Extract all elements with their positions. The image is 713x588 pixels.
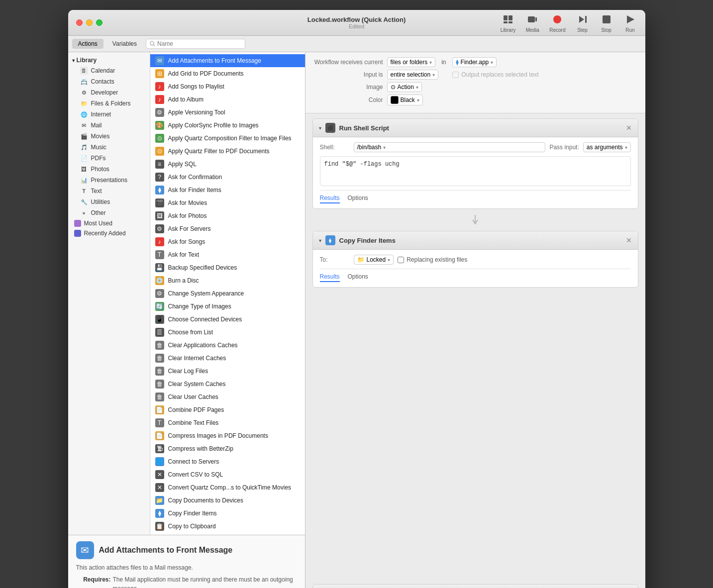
action-label-7: Apply Quartz Filter to PDF Documents [168,148,270,155]
close-button[interactable] [76,19,83,26]
workflow-image-select[interactable]: ⊙ Action ▾ [387,82,422,92]
action-item-29[interactable]: 📄 Compress Images in PDF Documents [150,429,305,442]
options-tab[interactable]: Options [348,194,368,203]
search-input[interactable] [157,40,241,47]
action-item-5[interactable]: 🎨 Apply ColorSync Profile to Images [150,119,305,132]
chevron-down-icon[interactable]: ▾ [319,238,321,243]
action-item-32[interactable]: ✕ Convert CSV to SQL [150,468,305,481]
replacing-checkbox[interactable]: Replacing existing files [398,256,467,263]
output-replaces-checkbox[interactable]: Output replaces selected text [452,71,538,78]
run-shell-header[interactable]: ▾ ⬛ Run Shell Script ✕ [313,119,638,137]
chevron-down-icon: ▾ [388,257,390,263]
tab-actions[interactable]: Actions [72,39,103,49]
action-item-12[interactable]: 🖼 Ask for Photos [150,209,305,222]
record-toolbar-item[interactable]: Record [549,12,565,33]
action-item-13[interactable]: ⚙ Ask For Servers [150,222,305,235]
copy-finder-header[interactable]: ▾ ⧫ Copy Finder Items ✕ [313,231,638,250]
action-item-17[interactable]: 💿 Burn a Disc [150,274,305,287]
run-toolbar-item[interactable]: Run [623,12,637,33]
sidebar-item-text[interactable]: T Text [68,186,150,196]
sidebar-item-contacts[interactable]: 📇 Contacts [68,76,150,87]
copy-finder-close-button[interactable]: ✕ [626,236,632,244]
action-item-22[interactable]: 🗑 Clear Applications Caches [150,339,305,352]
action-item-36[interactable]: 📋 Copy to Clipboard [150,520,305,533]
workflow-app-select[interactable]: ⧫ Finder.app ▾ [452,57,497,67]
variable-header[interactable]: Variable ▲ [313,585,638,588]
output-replaces-input[interactable] [452,72,459,78]
sidebar-item-most-used[interactable]: Most Used [68,218,150,228]
contacts-icon: 📇 [80,78,88,86]
action-item-31[interactable]: 🌐 Connect to Servers [150,455,305,468]
action-item-7[interactable]: ⊙ Apply Quartz Filter to PDF Documents [150,145,305,158]
sidebar-item-music[interactable]: 🎵 Music [68,142,150,153]
shell-select[interactable]: /bin/bash ▾ [354,142,546,152]
action-item-30[interactable]: 🗜 Compress with BetterZip [150,442,305,455]
run-shell-close-button[interactable]: ✕ [626,124,632,132]
tab-variables[interactable]: Variables [106,39,143,49]
results-tab[interactable]: Results [320,194,340,203]
library-toolbar-item[interactable]: Library [501,12,516,33]
pass-input-select[interactable]: as arguments ▾ [583,142,631,152]
action-item-0[interactable]: ✉ Add Attachments to Front Message [150,54,305,67]
step-toolbar-item[interactable]: Step [576,12,590,33]
workflow-receives-select[interactable]: files or folders ▾ [387,57,436,67]
sidebar-item-mail[interactable]: ✉ Mail [68,120,150,131]
action-item-20[interactable]: 📱 Choose Connected Devices [150,313,305,326]
workflow-input-select[interactable]: entire selection ▾ [387,70,439,80]
action-item-34[interactable]: 📁 Copy Documents to Devices [150,494,305,507]
minimize-button[interactable] [86,19,93,26]
action-item-8[interactable]: ≡ Apply SQL [150,158,305,171]
media-toolbar-item[interactable]: Media [525,12,539,33]
action-item-4[interactable]: ⚙ Apple Versioning Tool [150,106,305,119]
action-item-25[interactable]: 🗑 Clear System Caches [150,378,305,391]
action-item-21[interactable]: ☰ Choose from List [150,326,305,339]
replacing-input[interactable] [398,257,404,263]
chevron-down-icon[interactable]: ▾ [319,125,321,131]
script-textarea[interactable]: find "$@" -flags uchg [320,156,631,186]
action-item-27[interactable]: 📄 Combine PDF Pages [150,403,305,416]
workflow-color-select[interactable]: Black ▾ [387,95,423,105]
stop-toolbar-item[interactable]: Stop [600,12,613,33]
chevron-down-icon: ▾ [491,60,493,65]
sidebar-item-utilities[interactable]: 🔧 Utilities [68,196,150,207]
action-item-15[interactable]: T Ask for Text [150,248,305,261]
action-item-35[interactable]: ⧫ Copy Finder Items [150,507,305,520]
workflow-image-label: Image [313,84,383,91]
action-item-24[interactable]: 🗑 Clear Log Files [150,365,305,378]
sidebar-item-files-folders[interactable]: 📁 Files & Folders [68,98,150,109]
action-item-11[interactable]: 🎬 Ask for Movies [150,196,305,209]
folder-select[interactable]: 📁 Locked ▾ [354,255,394,265]
sidebar-item-presentations[interactable]: 📊 Presentations [68,175,150,186]
action-icon-18: ⚙ [155,289,164,298]
action-item-1[interactable]: ⊞ Add Grid to PDF Documents [150,67,305,80]
sidebar-item-pdfs[interactable]: 📄 PDFs [68,153,150,164]
action-item-23[interactable]: 🗑 Clear Internet Caches [150,352,305,365]
sidebar-item-calendar[interactable]: 🗓 Calendar [68,65,150,76]
sidebar-item-internet[interactable]: 🌐 Internet [68,109,150,120]
action-item-18[interactable]: ⚙ Change System Appearance [150,287,305,300]
action-item-26[interactable]: 🗑 Clear User Caches [150,391,305,403]
maximize-button[interactable] [96,19,102,26]
sidebar-item-developer[interactable]: ⚙ Developer [68,87,150,98]
action-item-9[interactable]: ? Ask for Confirmation [150,171,305,184]
action-item-3[interactable]: ♪ Add to Album [150,93,305,106]
action-item-33[interactable]: ✕ Convert Quartz Comp...s to QuickTime M… [150,481,305,494]
sidebar-item-movies[interactable]: 🎬 Movies [68,131,150,142]
results-tab-2[interactable]: Results [320,272,340,282]
action-item-6[interactable]: ⊙ Apply Quartz Composition Filter to Ima… [150,132,305,145]
sidebar-item-photos[interactable]: 🖼 Photos [68,164,150,175]
action-item-14[interactable]: ♪ Ask for Songs [150,235,305,248]
most-used-icon [74,220,81,227]
options-tab-2[interactable]: Options [348,272,368,282]
action-icon-13: ⚙ [155,224,164,233]
search-box[interactable] [146,39,245,49]
action-item-28[interactable]: T Combine Text Files [150,416,305,429]
action-item-16[interactable]: 💾 Backup Specified Devices [150,261,305,274]
action-item-10[interactable]: ⧫ Ask for Finder Items [150,184,305,196]
action-icon-33: ✕ [155,483,164,492]
sidebar-item-other[interactable]: ● Other [68,207,150,218]
sidebar-item-recently-added[interactable]: Recently Added [68,228,150,238]
sidebar-library-header[interactable]: ▾ Library [68,55,150,65]
action-item-19[interactable]: 🔄 Change Type of Images [150,300,305,313]
action-item-2[interactable]: ♪ Add Songs to Playlist [150,80,305,93]
